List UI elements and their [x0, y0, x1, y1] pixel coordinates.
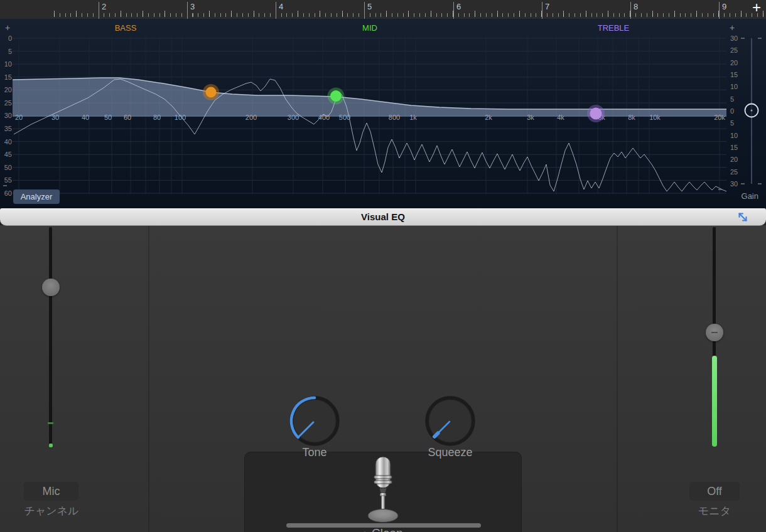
db-scale-label: 55	[4, 176, 12, 184]
bass-point[interactable]	[206, 87, 217, 98]
monitor-label: モニタ	[676, 504, 753, 518]
collapse-expand-icon[interactable]	[736, 210, 750, 224]
squeeze-knob-label: Squeeze	[406, 446, 494, 459]
ruler-bar-number: 3	[187, 2, 188, 19]
gain-scale-label: 15	[730, 144, 738, 151]
gain-scale-label: 30	[730, 35, 738, 42]
freq-tick-label: 3k	[527, 114, 534, 121]
freq-tick-label: 2k	[485, 114, 492, 121]
plugin-title: Visual EQ	[0, 208, 766, 225]
channel-source-button[interactable]: Mic	[24, 482, 78, 501]
freq-tick-label: 20k	[714, 114, 725, 121]
db-scale-label: 20	[4, 86, 12, 93]
preset-card[interactable]: •Clean	[245, 452, 521, 532]
add-band-button-left[interactable]: +	[5, 23, 10, 33]
mid-point[interactable]	[330, 90, 342, 102]
treble-point[interactable]	[590, 108, 602, 120]
ruler-bar-number: 2	[99, 2, 99, 19]
preset-bullet: •	[363, 528, 366, 532]
fader-level-tick	[48, 422, 53, 424]
db-scale-label: 40	[4, 138, 12, 146]
ruler-medium-ticks	[54, 11, 766, 17]
freq-tick-label: 4k	[557, 114, 564, 121]
panel-seam	[148, 225, 149, 532]
ruler-bar-number: 7	[542, 2, 542, 19]
channel-fader-handle[interactable]	[42, 279, 60, 296]
tone-knob[interactable]	[286, 393, 343, 449]
visual-eq-graph[interactable]: 2030405060801002003004005008001k2k3k4k6k…	[0, 19, 766, 208]
freq-tick-label: 800	[389, 114, 400, 121]
gain-scale-label: 20	[730, 59, 738, 66]
band-label-mid: MID	[362, 23, 377, 33]
gain-scale-label: 25	[730, 46, 738, 54]
freq-tick-label: 50	[104, 114, 112, 121]
freq-tick-label: 60	[124, 114, 131, 121]
freq-tick-label: 200	[245, 114, 257, 121]
add-track-button[interactable]: +	[748, 0, 765, 17]
freq-tick-label: 400	[318, 114, 330, 121]
gain-scale-label: 10	[730, 83, 738, 90]
panel-seam	[617, 225, 618, 532]
gain-scale-label: 20	[730, 156, 738, 163]
eq-band-fill	[13, 78, 726, 117]
freq-tick-label: 1k	[409, 114, 417, 121]
monitor-fader-handle[interactable]	[706, 324, 723, 341]
ruler-bar-number: 9	[719, 2, 720, 19]
db-scale-label: 50	[4, 164, 12, 171]
db-scale-label: 45	[4, 151, 12, 158]
band-label-treble: TREBLE	[598, 23, 630, 33]
db-scale-label: 30	[4, 112, 12, 119]
amp-plugin-panel: •Clean Tone Squeeze Mic チャンネル Off モニタ	[0, 225, 766, 532]
gain-scale-label: 25	[730, 168, 738, 176]
fader-level-dot	[49, 444, 53, 447]
freq-tick-label: 80	[153, 114, 161, 121]
freq-tick-label: 40	[82, 114, 89, 121]
tone-knob-label: Tone	[271, 446, 359, 459]
gain-scale-label: 10	[730, 132, 738, 139]
freq-tick-label: 100	[175, 114, 186, 121]
gain-scale-label: 15	[730, 71, 738, 78]
db-scale-label: 0	[8, 35, 12, 42]
squeeze-knob-nub	[434, 434, 438, 437]
ruler-bar-number: 6	[453, 2, 454, 19]
monitor-toggle-button[interactable]: Off	[689, 482, 740, 501]
freq-tick-label: 30	[51, 114, 59, 121]
gain-scale-label: 5	[730, 119, 734, 127]
ruler-bar-number: 5	[364, 2, 365, 19]
timeline-ruler[interactable]: 23456789 +	[0, 0, 766, 19]
gain-scale-label: 5	[730, 95, 734, 103]
level-meter	[712, 356, 717, 447]
microphone-icon	[364, 455, 402, 524]
db-scale-label: 35	[4, 125, 12, 132]
freq-tick-label: 500	[339, 114, 350, 121]
gain-slider-dot	[751, 110, 753, 112]
channel-fader-track[interactable]	[49, 227, 52, 447]
add-band-button-right[interactable]: +	[730, 23, 735, 33]
ruler-bar-number: 8	[630, 2, 631, 19]
db-scale-label: 10	[4, 60, 12, 68]
db-scale-label: 15	[4, 73, 12, 81]
freq-tick-label: 8k	[628, 114, 635, 121]
plugin-titlebar: Visual EQ	[0, 208, 766, 226]
db-scale-label: 60	[4, 189, 12, 197]
analyzer-toggle-button[interactable]: Analyzer	[13, 189, 60, 204]
db-scale-label: 5	[8, 48, 12, 55]
band-label-bass: BASS	[115, 23, 137, 33]
channel-label: チャンネル	[13, 504, 90, 518]
freq-tick-label: 20	[15, 114, 23, 121]
gain-scale-label: 30	[730, 180, 738, 188]
fader-handle-dash	[711, 332, 718, 333]
horizontal-scrollbar[interactable]	[286, 523, 481, 528]
gain-scale-label: 0	[730, 107, 734, 115]
freq-tick-label: 10k	[649, 114, 661, 121]
freq-tick-label: 300	[288, 114, 299, 121]
gain-axis-label: Gain	[742, 191, 758, 201]
db-scale-label: 25	[4, 99, 12, 107]
squeeze-knob[interactable]	[422, 393, 478, 449]
ruler-bar-number: 4	[276, 2, 276, 19]
